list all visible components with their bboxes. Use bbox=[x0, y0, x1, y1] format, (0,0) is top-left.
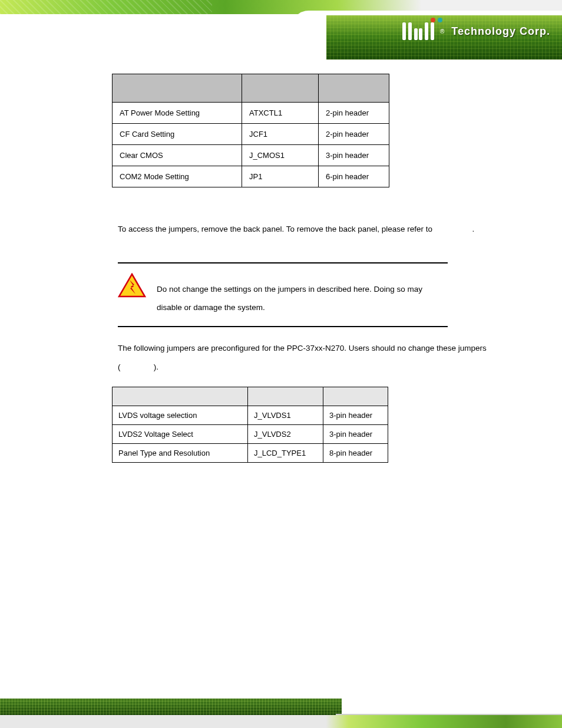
cell: J_VLVDS2 bbox=[248, 424, 323, 443]
page-content: AT Power Mode SettingATXCTL12-pin header… bbox=[0, 62, 562, 463]
table-row: Panel Type and ResolutionJ_LCD_TYPE18-pi… bbox=[113, 443, 388, 462]
divider bbox=[118, 262, 448, 263]
cell: 8-pin header bbox=[323, 443, 388, 462]
bottom-banner bbox=[0, 669, 562, 728]
access-paragraph: To access the jumpers, remove the back p… bbox=[118, 220, 509, 239]
para-text: The following jumpers are preconfigured … bbox=[118, 344, 487, 371]
cell: 3-pin header bbox=[323, 406, 388, 424]
cell: ATXCTL1 bbox=[242, 103, 319, 124]
cell: Clear CMOS bbox=[113, 145, 242, 166]
cell: J_CMOS1 bbox=[242, 145, 319, 166]
cell: 6-pin header bbox=[319, 166, 389, 187]
cell: 2-pin header bbox=[319, 103, 389, 124]
iei-logo-icon bbox=[402, 22, 434, 40]
cell: 3-pin header bbox=[323, 424, 388, 443]
para-text: . bbox=[472, 225, 475, 233]
table-row: COM2 Mode SettingJP16-pin header bbox=[113, 166, 389, 187]
jumper-table-1: AT Power Mode SettingATXCTL12-pin header… bbox=[112, 74, 389, 187]
para-text: To access the jumpers, remove the back p… bbox=[118, 225, 432, 233]
table-row: AT Power Mode SettingATXCTL12-pin header bbox=[113, 103, 389, 124]
top-banner: ® Technology Corp. bbox=[0, 0, 562, 62]
table-row: LVDS2 Voltage SelectJ_VLVDS23-pin header bbox=[113, 424, 388, 443]
table-row: LVDS voltage selectionJ_VLVDS13-pin head… bbox=[113, 406, 388, 424]
cell: J_VLVDS1 bbox=[248, 406, 323, 424]
cell: JP1 bbox=[242, 166, 319, 187]
bottom-strip bbox=[0, 715, 562, 728]
circuit-pattern bbox=[0, 0, 212, 14]
preconfig-paragraph: The following jumpers are preconfigured … bbox=[118, 339, 509, 375]
jumper-table-2: LVDS voltage selectionJ_VLVDS13-pin head… bbox=[112, 387, 388, 463]
warning-block: Do not change the settings on the jumper… bbox=[118, 262, 509, 327]
cell: J_LCD_TYPE1 bbox=[248, 443, 323, 462]
table-header bbox=[319, 74, 389, 103]
cell: 2-pin header bbox=[319, 124, 389, 145]
svg-marker-0 bbox=[119, 274, 145, 297]
divider bbox=[118, 326, 448, 327]
para-text: ). bbox=[154, 363, 158, 371]
table-header bbox=[113, 387, 248, 406]
logo-block: ® Technology Corp. bbox=[315, 0, 562, 62]
company-name: Technology Corp. bbox=[451, 25, 550, 38]
table-header bbox=[242, 74, 319, 103]
cell: LVDS2 Voltage Select bbox=[113, 424, 248, 443]
warning-text: Do not change the settings on the jumper… bbox=[157, 280, 428, 317]
cell: Panel Type and Resolution bbox=[113, 443, 248, 462]
warning-body: Do not change the settings on the jumper… bbox=[118, 268, 509, 326]
cell: 3-pin header bbox=[319, 145, 389, 166]
warning-content: Do not change the settings on the jumper… bbox=[157, 273, 428, 317]
table-row: Clear CMOSJ_CMOS13-pin header bbox=[113, 145, 389, 166]
cell: CF Card Setting bbox=[113, 124, 242, 145]
cell: LVDS voltage selection bbox=[113, 406, 248, 424]
cell: COM2 Mode Setting bbox=[113, 166, 242, 187]
table-header bbox=[323, 387, 388, 406]
table-header bbox=[113, 74, 242, 103]
table-header bbox=[248, 387, 323, 406]
cell: AT Power Mode Setting bbox=[113, 103, 242, 124]
cell: JCF1 bbox=[242, 124, 319, 145]
warning-icon bbox=[118, 273, 146, 301]
white-curve bbox=[0, 681, 353, 699]
registered-mark: ® bbox=[440, 28, 444, 35]
table-header-row bbox=[113, 387, 388, 406]
company-logo: ® Technology Corp. bbox=[402, 22, 550, 40]
table-row: CF Card SettingJCF12-pin header bbox=[113, 124, 389, 145]
table-header-row bbox=[113, 74, 389, 103]
logo-bg: ® Technology Corp. bbox=[326, 15, 562, 60]
